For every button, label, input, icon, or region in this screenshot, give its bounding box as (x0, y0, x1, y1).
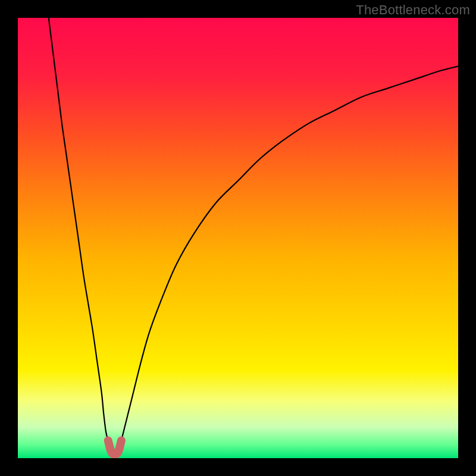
chart-background (18, 18, 458, 458)
watermark-text: TheBottleneck.com (356, 2, 470, 18)
chart-svg (18, 18, 458, 458)
plot-area (18, 18, 458, 458)
chart-frame: TheBottleneck.com (0, 0, 476, 476)
